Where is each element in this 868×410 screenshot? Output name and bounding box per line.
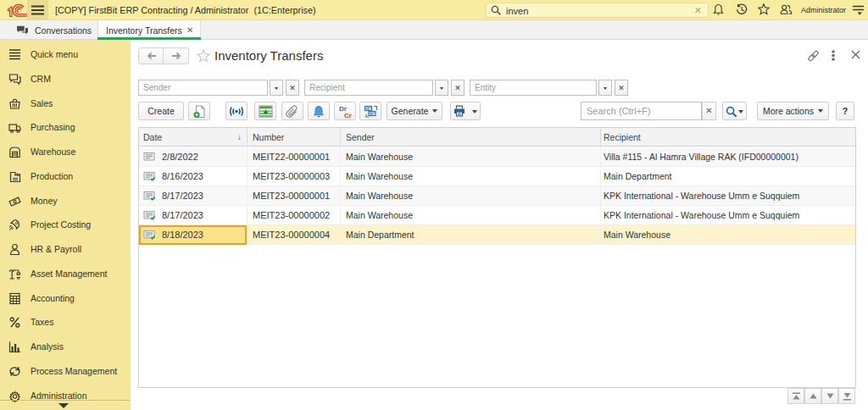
- svg-text:Cr: Cr: [344, 112, 352, 119]
